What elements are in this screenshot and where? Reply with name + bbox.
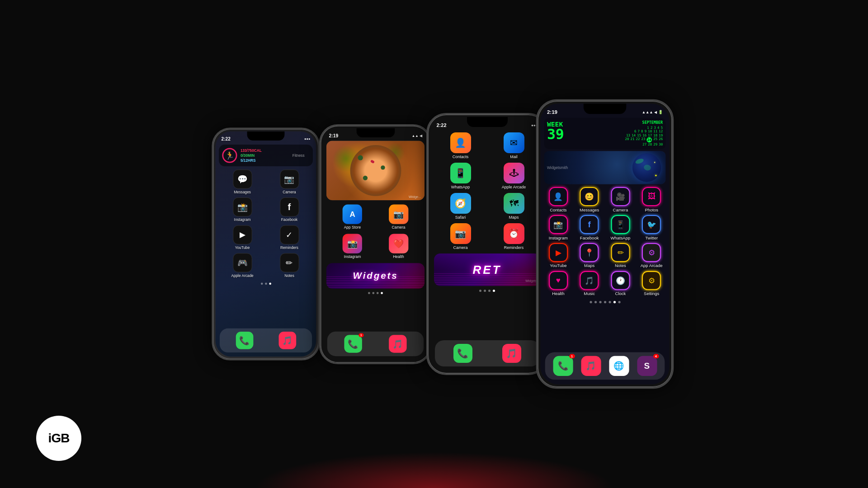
retro-widget-p3: RET Widgets: [434, 253, 541, 286]
phone-4: 2:19 ▲▲▲ ◀ 🔋 WEEK 39 SEPTEMBER: [536, 99, 674, 389]
neon-music[interactable]: 🎵 Music: [575, 271, 603, 296]
d29: 29: [653, 142, 657, 146]
dock-phone-p3[interactable]: 📞: [453, 344, 472, 363]
fitness-stats: 133/750CAL 0/30MIN 5/12HRS: [240, 148, 261, 162]
fitness-ring: 🏃: [222, 148, 237, 163]
cal-row-3: 13141516171819: [567, 133, 663, 137]
phone-2-time: 2:19: [329, 133, 338, 138]
phone-3: 2:22 ●●● 👤 Contacts ✉ Mail: [426, 113, 548, 375]
phone-4-neon-grid: 👤 Contacts 😊 Messages 🎥 Camera: [540, 185, 670, 298]
p2-dot-1: [368, 292, 370, 294]
app-health[interactable]: ❤️ Health: [377, 234, 420, 258]
neon-camera[interactable]: 🎥 Camera: [606, 187, 634, 212]
app-maps-p3[interactable]: 🗺 Maps: [489, 193, 539, 220]
neon-whatsapp[interactable]: 📱 WhatsApp: [606, 215, 634, 240]
app-contacts-p3-label: Contacts: [453, 155, 469, 159]
dock-chrome-p4[interactable]: 🌐: [609, 356, 628, 376]
p2-dot-2: [372, 292, 374, 294]
dock-music-p2[interactable]: 🎵: [389, 335, 406, 352]
app-contacts-p3[interactable]: 👤 Contacts: [436, 132, 486, 159]
app-messages[interactable]: 💬 Messages: [220, 169, 264, 194]
app-youtube[interactable]: ▶ YouTube: [220, 225, 264, 250]
neon-health[interactable]: ♥ Health: [544, 271, 572, 296]
phone-3-dots: [430, 287, 544, 295]
dock-phone-p2[interactable]: 📞 1: [344, 335, 362, 352]
app-instagram-p2[interactable]: 📸 Instagram: [331, 234, 373, 258]
dock-music[interactable]: 🎵: [278, 332, 296, 349]
continent-1: [635, 158, 644, 164]
neon-twitter[interactable]: 🐦 Twitter: [637, 215, 665, 240]
app-reminders[interactable]: ✓ Reminders: [267, 225, 311, 250]
app-instagram-p2-label: Instagram: [344, 254, 361, 258]
d20: 20: [625, 137, 629, 143]
app-notes[interactable]: ✏ Notes: [267, 253, 311, 277]
phone-3-app-grid: 👤 Contacts ✉ Mail 📱 WhatsApp: [430, 130, 544, 253]
app-health-label: Health: [393, 254, 404, 258]
phone-4-notch: [583, 103, 626, 114]
neon-youtube[interactable]: ▶ YouTube: [544, 243, 572, 268]
phone-1-status-icons: ●●●: [304, 137, 310, 141]
app-apple-arcade[interactable]: 🎮 Apple Arcade: [220, 253, 264, 277]
app-store[interactable]: A App Store: [331, 204, 373, 229]
app-camera-p2[interactable]: 📷 Camera: [377, 204, 420, 229]
p3-dot-4: [493, 290, 495, 292]
d25: 25: [653, 137, 657, 143]
d8: 8: [641, 130, 643, 133]
app-facebook[interactable]: f Facebook: [267, 197, 311, 222]
d15: 15: [637, 133, 641, 137]
app-store-label: App Store: [344, 225, 361, 229]
bottom-glow: [253, 452, 615, 488]
neon-music-label: Music: [584, 291, 595, 296]
d2: 2: [650, 126, 652, 130]
app-arcade-p3[interactable]: 🕹 Apple Arcade: [489, 163, 539, 189]
app-safari-p3[interactable]: 🧭 Safari: [436, 193, 486, 220]
neon-contacts-label: Contacts: [550, 207, 566, 212]
cal-row-5: 27282930: [567, 142, 663, 146]
app-whatsapp-p3[interactable]: 📱 WhatsApp: [436, 163, 486, 189]
app-facebook-label: Facebook: [281, 218, 297, 222]
p4-dot-6: [613, 301, 615, 303]
min-stat: 0/30MIN: [240, 153, 261, 157]
neon-messages[interactable]: 😊 Messages: [575, 187, 603, 212]
neon-instagram-label: Instagram: [548, 235, 567, 240]
phone-4-status-icons: ▲▲▲ ◀ 🔋: [642, 110, 662, 114]
app-reminders-p3[interactable]: ⏰ Reminders: [489, 223, 539, 250]
pepper-1: [370, 160, 374, 164]
dock-phone[interactable]: 📞: [236, 332, 253, 349]
dock-music-p4[interactable]: 🎵: [580, 356, 600, 376]
neon-settings[interactable]: ⚙ Settings: [637, 271, 665, 296]
neon-maps[interactable]: 📍 Maps: [575, 243, 603, 268]
app-camera-label: Camera: [283, 190, 296, 194]
neon-facebook[interactable]: f Facebook: [575, 215, 603, 240]
neon-contacts[interactable]: 👤 Contacts: [544, 187, 572, 212]
dock-phone-p4[interactable]: 📞 1: [553, 356, 573, 376]
topping-2: [380, 165, 384, 169]
phone-1-dots: [215, 280, 316, 287]
app-camera[interactable]: 📷 Camera: [267, 169, 311, 194]
phone-4-calendar-widget: WEEK 39 SEPTEMBER 12345 6789101112: [544, 118, 665, 149]
neon-photos[interactable]: 🖼 Photos: [637, 187, 665, 212]
app-camera-p3[interactable]: 📷 Camera: [436, 223, 486, 250]
week-display-container: WEEK 39: [547, 121, 564, 146]
dot-2: [264, 283, 267, 285]
p2-dot-3: [376, 292, 378, 294]
neon-instagram[interactable]: 📸 Instagram: [544, 215, 572, 240]
neon-clock[interactable]: 🕐 Clock: [606, 271, 634, 296]
neon-notes[interactable]: ✏ Notes: [606, 243, 634, 268]
d6: 6: [634, 130, 636, 133]
p3-dot-2: [484, 290, 486, 292]
app-arcade-p3-label: Apple Arcade: [502, 185, 526, 189]
app-reminders-label: Reminders: [280, 246, 298, 250]
dock-slack-p4[interactable]: S 4: [637, 356, 656, 376]
phone-4-time: 2:19: [547, 109, 557, 115]
neon-app-arcade[interactable]: ⚙ App Arcade: [637, 243, 665, 268]
dock-music-p3[interactable]: 🎵: [502, 344, 521, 363]
phone-2-app-grid: A App Store 📷 Camera 📸 Instagram: [323, 201, 428, 262]
dot-3: [269, 283, 271, 285]
widgetsmith-label: Widgetsmith: [544, 164, 571, 172]
app-mail-p3[interactable]: ✉ Mail: [489, 132, 539, 159]
retro-widget-p2: Widgets: [326, 263, 424, 288]
app-camera-p3-label: Camera: [453, 245, 467, 250]
app-instagram[interactable]: 📸 Instagram: [220, 197, 264, 222]
d12: 12: [659, 130, 663, 133]
